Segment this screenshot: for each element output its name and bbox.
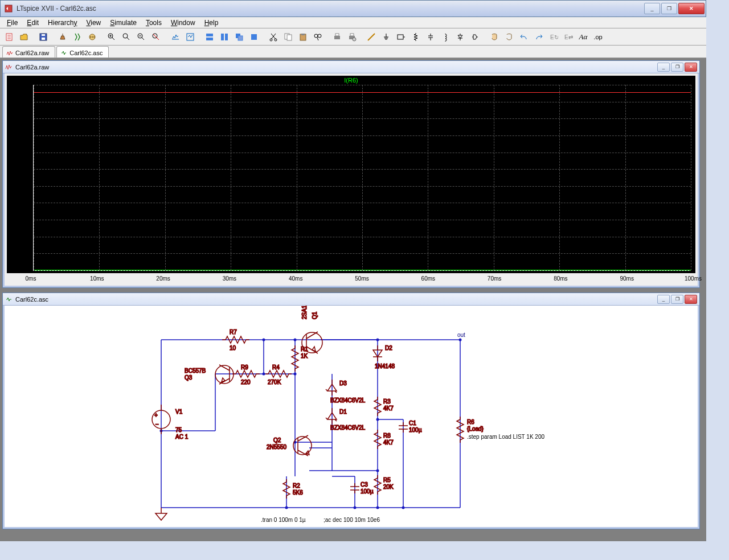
- component-v1[interactable]: V1 75 AC 1 + −: [152, 405, 189, 440]
- component-q3[interactable]: BC557B Q3: [185, 365, 234, 384]
- menu-hierarchy[interactable]: Hierarchy: [43, 18, 81, 28]
- svg-point-35: [294, 339, 297, 341]
- svg-point-43: [285, 507, 288, 509]
- autorange-button[interactable]: [169, 30, 182, 44]
- svg-rect-14: [225, 34, 228, 40]
- schematic-window-titlebar[interactable]: Carl62c.asc _ ❐: [3, 293, 699, 306]
- child-maximize-button[interactable]: ❐: [671, 295, 683, 304]
- net-label-out[interactable]: out: [457, 332, 465, 338]
- new-schematic-button[interactable]: [2, 30, 16, 44]
- drag-button[interactable]: [502, 30, 516, 44]
- plot-x-axis[interactable]: 0ms10ms20ms30ms40ms50ms60ms70ms80ms90ms1…: [31, 274, 693, 283]
- print-button[interactable]: [330, 30, 344, 44]
- window-minimize-button[interactable]: _: [644, 3, 660, 14]
- component-r3[interactable]: R3 4K7: [374, 397, 394, 416]
- component-r1[interactable]: R1 1K: [292, 345, 308, 372]
- svg-text:BC557B: BC557B: [185, 368, 206, 374]
- tile-v-button[interactable]: [218, 30, 231, 44]
- child-close-button[interactable]: [685, 295, 697, 304]
- tab-asc[interactable]: Carl62c.asc: [56, 46, 109, 57]
- menu-tools[interactable]: Tools: [141, 18, 166, 28]
- tile-h-button[interactable]: [203, 30, 216, 44]
- tab-raw[interactable]: Carl62a.raw: [2, 46, 55, 57]
- menu-edit[interactable]: Edit: [22, 18, 43, 28]
- schematic-canvas[interactable]: V1 75 AC 1 + − R7 10: [5, 306, 698, 527]
- plot-window-titlebar[interactable]: Carl62a.raw _ ❐: [3, 61, 699, 73]
- menu-window[interactable]: Window: [166, 18, 200, 28]
- draw-wire-button[interactable]: [364, 30, 378, 44]
- undo-button[interactable]: [517, 30, 531, 44]
- find-button[interactable]: [311, 30, 325, 44]
- component-r5[interactable]: R5 20K: [374, 475, 394, 495]
- copy-button[interactable]: [281, 30, 295, 44]
- zoom-out-button[interactable]: [134, 30, 148, 44]
- mirror-button[interactable]: E⇄: [562, 30, 575, 44]
- x-tick-label: 70ms: [488, 275, 501, 282]
- component-q2[interactable]: Q2 2N5550: [267, 435, 312, 456]
- component-c1[interactable]: C1 100µ: [399, 420, 422, 433]
- svg-rect-26: [334, 36, 340, 39]
- control-panel-button[interactable]: [56, 30, 69, 44]
- rotate-button[interactable]: E↻: [547, 30, 560, 44]
- component-c3[interactable]: C3 100µ: [350, 481, 374, 495]
- capacitor-button[interactable]: [424, 30, 437, 44]
- spice-directive-tran[interactable]: .tran 0 100m 0 1µ: [261, 517, 306, 523]
- open-button[interactable]: [17, 30, 31, 44]
- svg-point-36: [376, 339, 379, 341]
- inductor-button[interactable]: [439, 30, 452, 44]
- component-r2[interactable]: R2 5K6: [283, 479, 303, 499]
- halt-button[interactable]: [85, 30, 99, 44]
- move-button[interactable]: [488, 30, 501, 44]
- resistor-button[interactable]: [409, 30, 423, 44]
- schematic-icon: [5, 295, 13, 303]
- svg-point-24: [314, 34, 318, 38]
- plot-pane[interactable]: I(R6) 24mA27mA30mA33mA36mA39mA42mA45mA48…: [5, 73, 698, 286]
- ground-button[interactable]: [379, 30, 393, 44]
- menu-view[interactable]: View: [81, 18, 105, 28]
- component-d2[interactable]: D2 1N4148: [373, 345, 395, 369]
- diode-button[interactable]: [453, 30, 467, 44]
- redo-button[interactable]: [532, 30, 546, 44]
- window-titlebar: LTspice XVII - Carl62c.asc _ ❐: [0, 0, 706, 17]
- child-minimize-button[interactable]: _: [657, 295, 670, 304]
- component-r9[interactable]: R9 220: [232, 364, 260, 385]
- menu-help[interactable]: Help: [200, 18, 223, 28]
- setup-button[interactable]: [183, 30, 197, 44]
- spice-directive-button[interactable]: .op: [591, 30, 605, 44]
- component-r8[interactable]: R8 4K7: [374, 430, 394, 449]
- svg-text:R7: R7: [230, 329, 237, 335]
- spice-directive-ac[interactable]: ;ac dec 100 10m 10e6: [323, 517, 380, 523]
- run-button[interactable]: [71, 30, 84, 44]
- window-maximize-button[interactable]: ❐: [661, 3, 677, 14]
- child-close-button[interactable]: [685, 63, 697, 72]
- zoom-in-button[interactable]: [105, 30, 118, 44]
- close-all-button[interactable]: [247, 30, 261, 44]
- y-tick-label: 57mA: [17, 82, 31, 88]
- save-button[interactable]: [36, 30, 50, 44]
- component-r4[interactable]: R4 270K: [265, 364, 292, 385]
- component-button[interactable]: [468, 30, 482, 44]
- svg-text:R9: R9: [241, 364, 248, 370]
- component-d3[interactable]: D3 BZX84C6V2L: [326, 380, 366, 403]
- cut-button[interactable]: [267, 30, 280, 44]
- spice-directive-step[interactable]: .step param Load LIST 1K 200: [467, 434, 544, 440]
- label-net-button[interactable]: [394, 30, 408, 44]
- text-button[interactable]: Aα: [576, 30, 590, 44]
- menu-simulate[interactable]: Simulate: [105, 18, 141, 28]
- pan-button[interactable]: [120, 30, 133, 44]
- child-maximize-button[interactable]: ❐: [671, 63, 683, 72]
- plot-window-title: Carl62a.raw: [15, 64, 656, 71]
- child-minimize-button[interactable]: _: [657, 63, 670, 72]
- zoom-fit-button[interactable]: [149, 30, 163, 44]
- window-close-button[interactable]: [678, 3, 705, 14]
- component-d1[interactable]: D1 BZX84C6V2L: [326, 408, 366, 431]
- plot-canvas[interactable]: I(R6) 24mA27mA30mA33mA36mA39mA42mA45mA48…: [7, 76, 695, 273]
- ground-symbol[interactable]: [155, 508, 167, 520]
- svg-rect-12: [206, 38, 213, 40]
- plot-trace-label[interactable]: I(R6): [7, 77, 695, 84]
- svg-text:{Load}: {Load}: [467, 426, 484, 432]
- cascade-button[interactable]: [232, 30, 246, 44]
- print-setup-button[interactable]: [345, 30, 359, 44]
- menu-file[interactable]: Filedocument.currentScript.previousSibli…: [2, 18, 22, 28]
- paste-button[interactable]: [296, 30, 310, 44]
